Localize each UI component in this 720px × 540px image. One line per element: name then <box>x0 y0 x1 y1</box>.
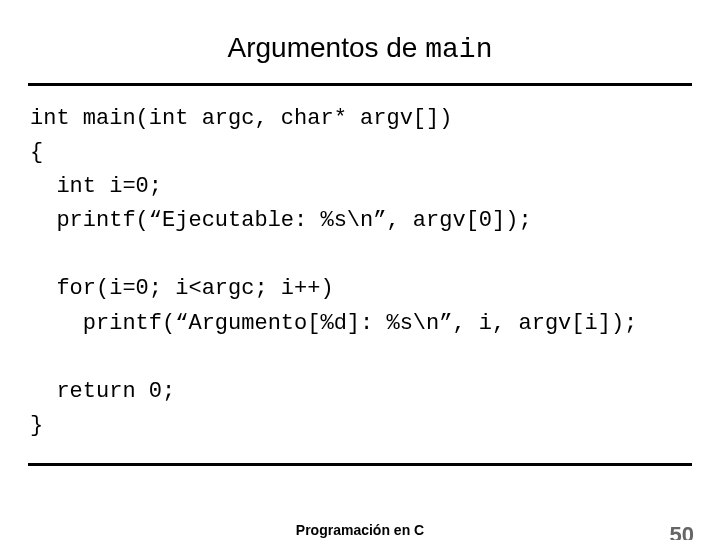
footer-title: Programación en C <box>0 522 720 538</box>
slide-title: Argumentos de main <box>0 0 720 75</box>
title-prefix: Argumentos de <box>228 32 426 63</box>
divider-bottom <box>28 463 692 466</box>
slide: Argumentos de main int main(int argc, ch… <box>0 0 720 540</box>
title-mono: main <box>425 34 492 65</box>
code-block: int main(int argc, char* argv[]) { int i… <box>0 86 720 443</box>
page-number: 50 <box>670 522 694 540</box>
